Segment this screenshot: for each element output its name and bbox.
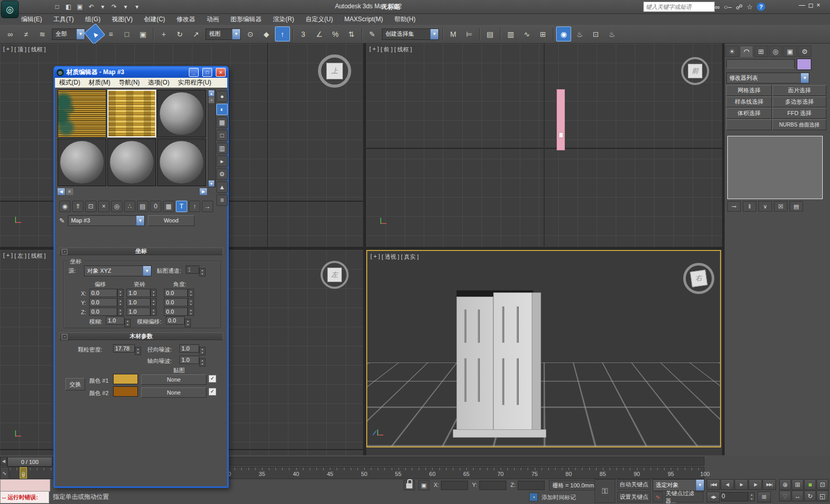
menu-item-渲染(R)[interactable]: 渲染(R) <box>267 13 300 25</box>
time-slider-handle[interactable]: 0 / 100 <box>7 457 52 467</box>
previous-frame-button[interactable]: ◀| <box>721 479 734 490</box>
offset-field[interactable]: 0.0 <box>89 298 117 306</box>
selection-filter-dropdown[interactable]: 全部▼ <box>52 29 85 40</box>
dialog-titlebar[interactable]: ◎ 材质编辑器 - Map #3 _ □ ✕ <box>54 67 228 78</box>
tiling-field[interactable]: 1.0 <box>127 289 150 297</box>
select-and-scale-icon[interactable]: ↗ <box>188 26 203 41</box>
make-unique-icon[interactable]: ∴ <box>124 201 135 212</box>
named-selection-sets-dropdown[interactable]: 创建选择集▼ <box>382 29 439 40</box>
material-type-button[interactable]: Wood <box>148 215 195 226</box>
angle-snap-icon[interactable]: ∠ <box>312 26 327 41</box>
scrollbar-thumb[interactable]: ≡ <box>209 97 214 103</box>
open-file-icon[interactable]: ◧ <box>63 2 74 12</box>
make-preview-icon[interactable]: ▸ <box>216 156 228 167</box>
tab-display[interactable]: ▣ <box>783 46 797 57</box>
scroll-down-icon[interactable]: ▼ <box>209 180 214 187</box>
edit-named-selection-sets-icon[interactable]: ✎ <box>365 26 380 41</box>
me-menu-材质(M)[interactable]: 材质(M) <box>85 78 115 87</box>
material-editor-options-icon[interactable]: ⚙ <box>216 169 228 180</box>
scroll-up-icon[interactable]: ▲ <box>209 90 214 96</box>
viewcube-face[interactable]: 前 <box>688 64 702 78</box>
show-map-in-viewport-icon[interactable]: ▦ <box>163 201 174 212</box>
viewcube[interactable]: 前 <box>681 57 709 85</box>
viewport-menu[interactable]: [ + ] <box>3 46 13 53</box>
sample-type-icon[interactable]: ● <box>216 91 228 102</box>
button-多边形选择[interactable]: 多边形选择 <box>772 96 826 107</box>
button-网格选择[interactable]: 网格选择 <box>726 85 772 96</box>
video-color-check-icon[interactable]: ▥ <box>216 143 228 154</box>
go-to-end-button[interactable]: ▶▶| <box>763 479 776 490</box>
maxscript-mini-listener-output[interactable]: -- 运行时错误: <box>0 491 49 503</box>
rollout-coordinates[interactable]: - 坐标 <box>59 247 223 255</box>
dialog-maximize-button[interactable]: □ <box>202 68 212 77</box>
snaps-toggle-3d-icon[interactable]: 3 <box>296 26 311 41</box>
swap-button[interactable]: 交换 <box>65 378 85 390</box>
tiling-field[interactable]: 1.0 <box>127 307 150 316</box>
offset-spinner[interactable]: ▲▼ <box>117 298 123 306</box>
button-empty[interactable] <box>726 119 772 130</box>
restore-button[interactable]: ◻ <box>808 2 813 9</box>
time-slider-prev-arrow[interactable]: ◀ <box>0 457 7 466</box>
menu-item-图形编辑器[interactable]: 图形编辑器 <box>225 13 267 25</box>
add-time-tag[interactable]: 添加时间标记 <box>542 494 576 501</box>
search-input[interactable] <box>643 2 715 12</box>
menu-item-帮助(H)[interactable]: 帮助(H) <box>389 13 421 25</box>
undo-icon[interactable]: ↶ <box>86 2 96 12</box>
set-key-big-button[interactable]: ⚿ <box>594 479 615 503</box>
selection-lock-toggle[interactable] <box>404 480 415 491</box>
select-by-name-icon[interactable]: ≡ <box>103 26 118 41</box>
manage-layers-icon[interactable]: ▤ <box>482 26 497 41</box>
blur-offset-field[interactable]: 0.0 <box>166 316 185 325</box>
viewport-perspective-cell[interactable]: [ + ] [ 透视 ] [ 真实 ] 右 <box>366 250 722 455</box>
communication-center-icon[interactable]: ☍ <box>736 3 742 11</box>
menu-item-视图(V)[interactable]: 视图(V) <box>106 13 139 25</box>
show-end-result-stack-icon[interactable]: ‖ <box>743 201 756 212</box>
absolute-mode-toggle[interactable]: ▣ <box>418 480 430 491</box>
viewcube[interactable]: 右 <box>683 263 714 294</box>
viewport-name[interactable]: [ 顶 ] <box>15 46 26 53</box>
mirror-icon[interactable]: M <box>446 26 461 41</box>
time-tag-icon[interactable]: ◔ <box>529 493 538 501</box>
angle-field[interactable]: 0.0 <box>164 289 188 297</box>
select-and-move-icon[interactable]: + <box>156 26 171 41</box>
material-sample-slot[interactable] <box>157 90 206 137</box>
menu-item-工具(T)[interactable]: 工具(T) <box>48 13 79 25</box>
zoom-all-icon[interactable]: ⊞ <box>792 479 804 490</box>
undo-dropdown-icon[interactable]: ▾ <box>98 2 108 12</box>
chevron-down-icon[interactable]: ▼ <box>76 29 85 39</box>
time-configuration-button[interactable]: ⊞ <box>757 492 771 502</box>
viewport-name[interactable]: [ 左 ] <box>15 252 26 260</box>
material-name-dropdown[interactable]: Map #3 ▼ <box>68 215 145 226</box>
viewport-shading[interactable]: [ 线框 ] <box>394 46 412 53</box>
minimize-button[interactable]: — <box>799 2 805 9</box>
pin-stack-icon[interactable]: ⊸ <box>727 201 741 212</box>
chevron-down-icon[interactable]: ▼ <box>143 266 151 276</box>
key-sign-in-icon[interactable]: ○– <box>724 3 731 11</box>
redo-dropdown-icon[interactable]: ▾ <box>120 2 131 12</box>
remove-modifier-icon[interactable]: ☒ <box>774 201 787 212</box>
door-edge-face[interactable] <box>532 292 541 437</box>
color1-swatch[interactable] <box>113 374 138 384</box>
viewport-perspective[interactable]: [ + ] [ 透视 ] [ 真实 ] 右 <box>366 250 721 447</box>
tiling-spinner[interactable]: ▲▼ <box>150 298 157 306</box>
slot-scroll-left-icon[interactable]: ◀ <box>58 188 65 195</box>
viewport-name[interactable]: [ 透视 ] <box>382 253 399 261</box>
button-NURBS 曲面选择[interactable]: NURBS 曲面选择 <box>772 119 826 130</box>
me-menu-选项(O)[interactable]: 选项(O) <box>144 78 173 87</box>
menu-item-修改器[interactable]: 修改器 <box>171 13 201 25</box>
material-id-channel-icon[interactable]: 0 <box>150 201 161 212</box>
blur-field[interactable]: 1.0 <box>106 316 125 325</box>
door-left-panel[interactable] <box>457 297 493 433</box>
button-样条线选择[interactable]: 样条线选择 <box>726 96 772 107</box>
default-in-out-tangents-icon[interactable]: ∿ <box>653 492 663 502</box>
angle-spinner[interactable]: ▲▼ <box>188 307 194 316</box>
search-icon[interactable]: ∞ <box>715 3 720 11</box>
offset-spinner[interactable]: ▲▼ <box>117 307 123 316</box>
menu-item-动画[interactable]: 动画 <box>201 13 225 25</box>
material-editor-dialog[interactable]: ◎ 材质编辑器 - Map #3 _ □ ✕ 模式(D)材质(M)导航(N)选项… <box>53 66 229 488</box>
axial-spinner[interactable]: ▲▼ <box>199 356 205 364</box>
radial-spinner[interactable]: ▲▼ <box>199 344 205 353</box>
me-menu-模式(D)[interactable]: 模式(D) <box>55 78 85 87</box>
go-forward-to-sibling-icon[interactable]: → <box>202 201 213 212</box>
material-sample-slot[interactable] <box>107 90 156 137</box>
